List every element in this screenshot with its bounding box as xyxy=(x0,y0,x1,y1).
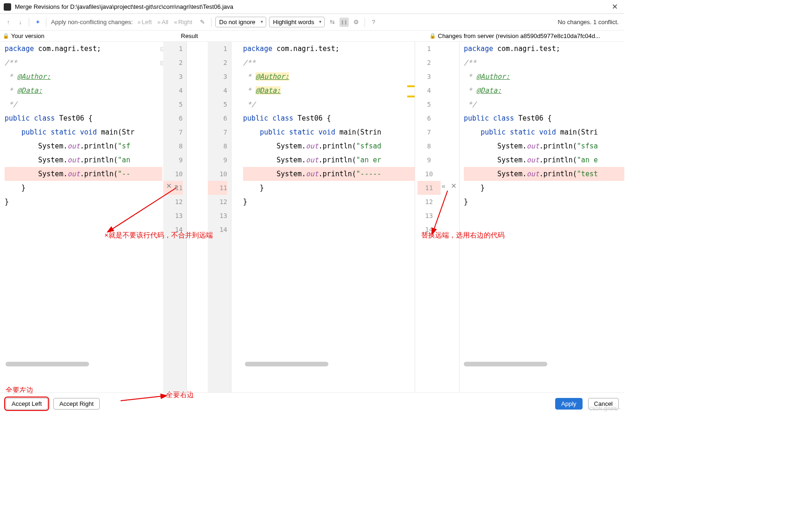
help-icon[interactable]: ? xyxy=(369,18,378,27)
apply-button[interactable]: Apply xyxy=(555,398,583,410)
divider xyxy=(186,42,187,392)
editor-area: package com.nagri.test;/** * @Author: * … xyxy=(0,42,624,392)
accept-right-button[interactable]: Accept Right xyxy=(53,398,100,410)
cancel-button[interactable]: Cancel xyxy=(588,398,619,410)
result-code-pane[interactable]: package com.nagri.test;/** * @Author: * … xyxy=(243,42,415,392)
left-code-pane[interactable]: package com.nagri.test;/** * @Author: * … xyxy=(5,42,162,392)
reject-left-icon[interactable]: ✕ xyxy=(166,182,172,190)
divider xyxy=(459,42,460,392)
accept-right-icon[interactable]: « xyxy=(442,182,445,190)
reject-right-icon[interactable]: ✕ xyxy=(451,182,457,190)
status-text: No changes. 1 conflict. xyxy=(557,19,619,26)
next-diff-icon[interactable]: ↓ xyxy=(16,18,25,27)
left-header: Your version xyxy=(11,32,45,39)
right-code-pane[interactable]: package com.nagri.test;/** * @Author: * … xyxy=(464,42,624,392)
accept-left-button[interactable]: Accept Left xyxy=(6,398,48,410)
toolbar: ↑ ↓ ✦ Apply non-conflicting changes: » L… xyxy=(0,14,624,31)
highlight-dropdown[interactable]: Highlight words xyxy=(269,17,325,27)
right-header: Changes from server (revision a8590d5977… xyxy=(438,32,600,39)
magic-wand-icon[interactable]: ✎ xyxy=(198,18,207,27)
scrollbar[interactable] xyxy=(245,362,328,366)
prev-diff-icon[interactable]: ↑ xyxy=(4,18,13,27)
app-icon xyxy=(4,3,11,11)
footer: Accept Left Accept Right Apply Cancel xyxy=(0,392,624,415)
separator xyxy=(365,18,365,27)
gear-icon[interactable]: ⚙ xyxy=(352,18,361,27)
collapse-icon[interactable]: ⇆ xyxy=(327,18,337,27)
apply-left-link[interactable]: » Left xyxy=(137,19,152,26)
sync-scroll-icon[interactable]: ⫿⫿ xyxy=(340,18,349,27)
lock-icon: 🔒 xyxy=(429,33,436,39)
mid-header: Result xyxy=(181,32,198,39)
magic-resolve-icon[interactable]: ✦ xyxy=(33,18,42,27)
lock-icon: 🔒 xyxy=(3,33,9,39)
separator xyxy=(46,18,46,27)
close-icon[interactable]: ✕ xyxy=(609,2,621,11)
divider xyxy=(415,42,415,392)
change-marker xyxy=(407,96,415,97)
ignore-dropdown[interactable]: Do not ignore xyxy=(215,17,266,27)
mid-gutter-right: 1234567891011121314 xyxy=(417,42,441,392)
separator xyxy=(29,18,29,27)
mid-gutter-left: 1234567891011121314 xyxy=(208,42,231,392)
accept-left-icon[interactable]: » xyxy=(174,182,178,190)
change-marker xyxy=(407,85,415,87)
separator xyxy=(211,18,211,27)
apply-label: Apply non-conflicting changes: xyxy=(51,19,133,26)
left-gutter: 1234567891011121314 xyxy=(163,42,186,392)
divider xyxy=(231,42,231,392)
scrollbar[interactable] xyxy=(464,362,547,366)
window-title: Merge Revisions for D:\javafiles\java\pr… xyxy=(15,3,609,10)
apply-right-link[interactable]: « Right xyxy=(174,19,192,26)
apply-all-link[interactable]: » All xyxy=(157,19,168,26)
scrollbar[interactable] xyxy=(6,362,89,366)
pane-headers: 🔒Your version Result 🔒Changes from serve… xyxy=(0,31,624,42)
titlebar: Merge Revisions for D:\javafiles\java\pr… xyxy=(0,0,624,14)
